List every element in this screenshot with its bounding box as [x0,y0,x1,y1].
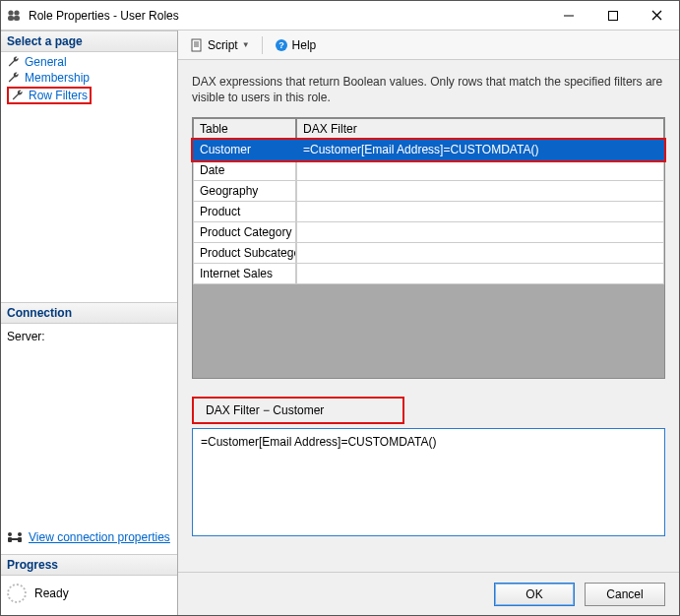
page-link-membership[interactable]: Membership [25,71,90,85]
progress-status: Ready [34,586,69,600]
view-connection-properties-link[interactable]: View connection properties [29,530,170,544]
minimize-button[interactable] [546,1,590,30]
svg-rect-12 [12,538,18,540]
help-icon: ? [275,38,288,52]
svg-rect-13 [192,39,201,51]
cell-filter [296,222,664,243]
grid-empty-area [193,284,664,378]
table-row[interactable]: Product Category [193,222,664,243]
connection-body: Server: [1,324,177,526]
window-title: Role Properties - User Roles [29,9,546,23]
help-button[interactable]: ? Help [271,36,321,54]
dax-area: DAX Filter − Customer =Customer[Email Ad… [192,397,665,536]
toolbar: Script ▼ ? Help [178,31,679,60]
svg-text:?: ? [278,40,284,50]
cell-table: Product Category [193,222,296,243]
progress-header: Progress [1,554,177,576]
svg-rect-10 [8,537,12,542]
cell-table: Product [193,202,296,222]
server-label: Server: [7,330,171,343]
svg-point-8 [8,532,12,536]
button-bar: OK Cancel [178,572,679,615]
wrench-icon [7,71,21,85]
dax-filter-input[interactable]: =Customer[Email Address]=CUSTOMDATA() [192,428,665,536]
table-row[interactable]: Internet Sales [193,264,664,284]
cell-filter [296,181,664,202]
table-row[interactable]: Geography [193,181,664,202]
chevron-down-icon: ▼ [242,40,250,49]
progress-spinner-icon [7,584,27,603]
filter-grid: Table DAX Filter Customer =Customer[Emai… [192,117,665,379]
svg-rect-3 [14,16,20,21]
page-item-general[interactable]: General [5,54,173,70]
titlebar: Role Properties - User Roles [1,1,679,31]
select-page-header: Select a page [1,31,177,52]
svg-rect-2 [8,16,14,21]
page-item-membership[interactable]: Membership [5,70,173,86]
cell-filter: =Customer[Email Address]=CUSTOMDATA() [296,140,664,160]
cell-table: Date [193,160,296,181]
cancel-button[interactable]: Cancel [585,583,665,606]
cell-filter [296,160,664,181]
cell-table: Internet Sales [193,264,296,284]
help-label: Help [292,38,317,52]
script-button[interactable]: Script ▼ [186,36,254,54]
cell-table: Product Subcategory [193,243,296,264]
grid-body: Customer =Customer[Email Address]=CUSTOM… [193,140,664,284]
table-row[interactable]: Product [193,202,664,222]
svg-rect-11 [18,537,22,542]
ok-button[interactable]: OK [494,583,575,606]
wrench-icon [11,89,25,102]
page-link-general[interactable]: General [25,55,67,69]
right-content: DAX expressions that return Boolean valu… [178,60,679,572]
script-icon [190,38,204,52]
app-icon [7,8,23,24]
dax-filter-label: DAX Filter − Customer [206,403,324,417]
svg-rect-5 [608,11,617,20]
cell-filter [296,243,664,264]
cell-table: Customer [193,140,296,160]
close-button[interactable] [635,1,679,30]
cell-table: Geography [193,181,296,202]
maximize-button[interactable] [590,1,635,30]
cell-filter [296,202,664,222]
grid-header: Table DAX Filter [193,118,664,140]
toolbar-separator [262,36,263,54]
page-item-row-filters[interactable]: Row Filters [5,86,173,105]
table-row[interactable]: Customer =Customer[Email Address]=CUSTOM… [193,140,664,160]
svg-point-0 [8,10,13,15]
script-label: Script [208,38,238,52]
connection-icon [7,530,23,544]
svg-point-1 [14,10,19,15]
description-text: DAX expressions that return Boolean valu… [192,74,665,105]
connection-link-row: View connection properties [1,526,177,554]
dax-filter-value: =Customer[Email Address]=CUSTOMDATA() [201,435,436,449]
col-header-filter[interactable]: DAX Filter [296,118,664,140]
right-panel: Script ▼ ? Help DAX expressions that ret… [178,31,679,615]
progress-body: Ready [1,576,177,615]
table-row[interactable]: Date [193,160,664,181]
svg-point-9 [18,532,22,536]
connection-header: Connection [1,302,177,324]
table-row[interactable]: Product Subcategory [193,243,664,264]
page-link-row-filters[interactable]: Row Filters [29,89,88,102]
col-header-table[interactable]: Table [193,118,296,140]
left-panel: Select a page General Membership Row Fil… [1,31,178,615]
cell-filter [296,264,664,284]
page-list: General Membership Row Filters [1,52,177,111]
wrench-icon [7,55,21,69]
